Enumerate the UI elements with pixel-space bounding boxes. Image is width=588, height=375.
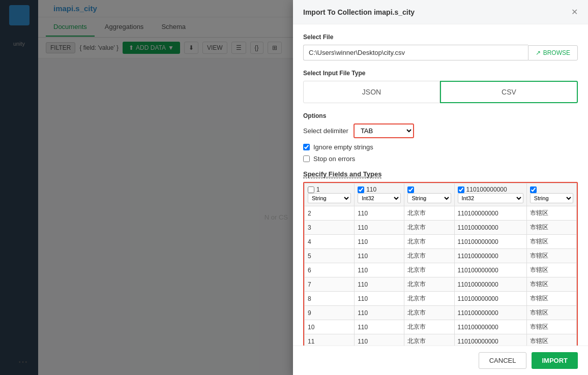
fields-section-title: Specify Fields and Types [303, 170, 578, 178]
data-cell: 11 [305, 334, 355, 346]
col-4-type-select[interactable]: StringInt32Double [458, 193, 523, 203]
fields-section: Specify Fields and Types 1 [303, 170, 578, 346]
delimiter-select[interactable]: TAB COMMA SEMICOLON SPACE [354, 123, 414, 138]
fields-table: 1 StringInt32Double 110 [304, 183, 577, 346]
data-cell: 110 [355, 292, 404, 306]
col-1-header: 1 StringInt32Double [305, 183, 355, 206]
data-cell: 市辖区 [526, 292, 576, 306]
data-cell: 8 [305, 292, 355, 306]
options-label: Options [303, 112, 578, 119]
data-cell: 北京市 [404, 292, 454, 306]
data-cell: 2 [305, 206, 355, 221]
ignore-empty-strings-label: Ignore empty strings [313, 143, 373, 151]
data-cell: 110 [355, 249, 404, 263]
file-type-buttons: JSON CSV [303, 81, 578, 103]
csv-type-button[interactable]: CSV [440, 81, 578, 103]
table-row: 11110北京市110100000000市辖区 [305, 334, 577, 346]
data-cell: 北京市 [404, 277, 454, 292]
table-row: 2110北京市110100000000市辖区 [305, 206, 577, 221]
data-cell: 9 [305, 306, 355, 320]
data-cell: 北京市 [404, 320, 454, 334]
col-4-checkbox[interactable] [458, 186, 464, 193]
data-cell: 110100000000 [454, 277, 526, 292]
modal-title: Import To Collection imapi.s_city [303, 8, 415, 16]
table-row: 4110北京市110100000000市辖区 [305, 235, 577, 249]
data-cell: 市辖区 [526, 306, 576, 320]
data-cell: 110100000000 [454, 221, 526, 235]
data-cell: 市辖区 [526, 320, 576, 334]
fields-table-body: 2110北京市110100000000市辖区3110北京市11010000000… [305, 206, 577, 346]
browse-button[interactable]: ↗ BROWSE [528, 45, 578, 60]
ignore-empty-strings-row: Ignore empty strings [303, 143, 578, 151]
data-cell: 110100000000 [454, 306, 526, 320]
data-cell: 110 [355, 235, 404, 249]
data-cell: 10 [305, 320, 355, 334]
data-cell: 110100000000 [454, 206, 526, 221]
delimiter-row: Select delimiter TAB COMMA SEMICOLON SPA… [303, 123, 578, 138]
table-row: 8110北京市110100000000市辖区 [305, 292, 577, 306]
col-3-header: StringInt32Double [404, 183, 454, 206]
data-cell: 110100000000 [454, 263, 526, 277]
select-file-section: Select File ↗ BROWSE [303, 34, 578, 60]
browse-icon: ↗ [536, 49, 541, 56]
data-cell: 110100000000 [454, 292, 526, 306]
col-5-checkbox[interactable] [530, 186, 537, 193]
table-row: 10110北京市110100000000市辖区 [305, 320, 577, 334]
col-5-header: StringInt32Double [526, 183, 576, 206]
data-cell: 市辖区 [526, 235, 576, 249]
col-3-checkbox[interactable] [407, 186, 414, 193]
data-cell: 北京市 [404, 306, 454, 320]
stop-on-errors-checkbox[interactable] [303, 155, 310, 162]
data-cell: 市辖区 [526, 249, 576, 263]
col-5-type-select[interactable]: StringInt32Double [530, 193, 573, 203]
table-row: 9110北京市110100000000市辖区 [305, 306, 577, 320]
data-cell: 4 [305, 235, 355, 249]
data-cell: 6 [305, 263, 355, 277]
data-cell: 110 [355, 221, 404, 235]
fields-table-wrapper: 1 StringInt32Double 110 [303, 182, 578, 346]
stop-on-errors-label: Stop on errors [313, 155, 355, 163]
file-type-section: Select Input File Type JSON CSV [303, 70, 578, 103]
data-cell: 市辖区 [526, 334, 576, 346]
select-input-type-label: Select Input File Type [303, 70, 578, 77]
data-cell: 5 [305, 249, 355, 263]
data-cell: 7 [305, 277, 355, 292]
import-button[interactable]: IMPORT [532, 352, 578, 369]
fields-table-header: 1 StringInt32Double 110 [305, 183, 577, 206]
modal-header: Import To Collection imapi.s_city ✕ [293, 0, 588, 24]
table-row: 6110北京市110100000000市辖区 [305, 263, 577, 277]
data-cell: 北京市 [404, 206, 454, 221]
import-modal: Import To Collection imapi.s_city ✕ Sele… [293, 0, 588, 375]
data-cell: 110100000000 [454, 320, 526, 334]
table-row: 7110北京市110100000000市辖区 [305, 277, 577, 292]
delimiter-label: Select delimiter [303, 127, 348, 135]
data-cell: 110 [355, 277, 404, 292]
json-type-button[interactable]: JSON [303, 81, 440, 103]
data-cell: 110 [355, 206, 404, 221]
col-1-checkbox[interactable] [308, 186, 314, 193]
col-4-header: 110100000000 StringInt32Double [454, 183, 526, 206]
col-2-header: 110 StringInt32Double [355, 183, 404, 206]
select-file-label: Select File [303, 34, 578, 41]
data-cell: 110100000000 [454, 334, 526, 346]
data-cell: 北京市 [404, 249, 454, 263]
fields-header-row: 1 StringInt32Double 110 [305, 183, 577, 206]
col-3-type-select[interactable]: StringInt32Double [407, 193, 451, 203]
file-input-row: ↗ BROWSE [303, 45, 578, 60]
data-cell: 市辖区 [526, 263, 576, 277]
col-2-checkbox[interactable] [358, 186, 364, 193]
data-cell: 北京市 [404, 221, 454, 235]
table-row: 5110北京市110100000000市辖区 [305, 249, 577, 263]
data-cell: 北京市 [404, 235, 454, 249]
cancel-button[interactable]: CANCEL [479, 352, 527, 369]
col-1-type-select[interactable]: StringInt32Double [308, 193, 351, 203]
col-2-type-select[interactable]: StringInt32Double [358, 193, 401, 203]
data-cell: 市辖区 [526, 206, 576, 221]
file-path-input[interactable] [303, 45, 528, 60]
data-cell: 110100000000 [454, 235, 526, 249]
close-button[interactable]: ✕ [571, 7, 578, 17]
data-cell: 110 [355, 320, 404, 334]
data-cell: 3 [305, 221, 355, 235]
modal-footer: CANCEL IMPORT [293, 346, 588, 375]
ignore-empty-strings-checkbox[interactable] [303, 144, 310, 150]
